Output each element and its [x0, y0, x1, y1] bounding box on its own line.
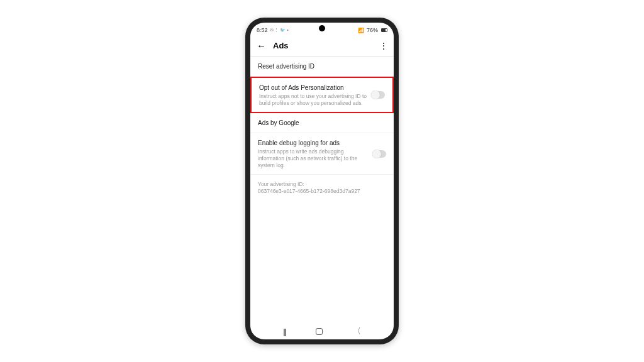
status-notification-icons: ✉ ⋮ 🐦 • [270, 28, 289, 33]
reset-advertising-id-row[interactable]: Reset advertising ID [250, 57, 394, 77]
opt-out-ads-personalization-row[interactable]: Opt out of Ads Personalization Instruct … [250, 77, 394, 113]
page-title: Ads [273, 41, 379, 50]
nav-back-button[interactable]: 〈 [353, 326, 361, 337]
advertising-id-label: Your advertising ID: [258, 181, 386, 188]
back-button[interactable]: ← [257, 40, 267, 51]
enable-debug-logging-row[interactable]: Enable debug logging for ads Instruct ap… [250, 133, 394, 175]
opt-out-title: Opt out of Ads Personalization [259, 84, 367, 92]
settings-list: Reset advertising ID Opt out of Ads Pers… [250, 57, 394, 323]
nav-recents-button[interactable]: ||| [283, 327, 286, 336]
battery-icon [380, 28, 387, 32]
system-nav-bar: ||| 〈 [250, 323, 394, 339]
ads-by-google-label: Ads by Google [258, 119, 382, 127]
advertising-id-block: Your advertising ID: 063746e3-e017-4665-… [250, 175, 394, 201]
battery-percentage: 76% [367, 27, 378, 33]
debug-logging-toggle[interactable] [372, 150, 386, 158]
advertising-id-value: 063746e3-e017-4665-b172-698ed3d7a927 [258, 188, 386, 195]
app-header: ← Ads ⋮ [250, 35, 394, 57]
phone-frame: 8:52 ✉ ⋮ 🐦 • 76% ← Ads ⋮ Reset advertisi… [245, 18, 399, 344]
status-time: 8:52 [257, 27, 268, 33]
phone-screen: 8:52 ✉ ⋮ 🐦 • 76% ← Ads ⋮ Reset advertisi… [250, 23, 394, 339]
ads-by-google-row[interactable]: Ads by Google [250, 113, 394, 133]
reset-advertising-id-label: Reset advertising ID [258, 62, 382, 70]
nav-home-button[interactable] [316, 328, 323, 335]
debug-logging-description: Instruct apps to write ads debugging inf… [258, 148, 369, 168]
opt-out-toggle[interactable] [371, 91, 385, 99]
front-camera [319, 25, 325, 31]
opt-out-description: Instruct apps not to use your advertisin… [259, 93, 367, 106]
debug-logging-title: Enable debug logging for ads [258, 139, 369, 147]
wifi-icon [358, 27, 364, 33]
overflow-menu-button[interactable]: ⋮ [379, 41, 387, 51]
